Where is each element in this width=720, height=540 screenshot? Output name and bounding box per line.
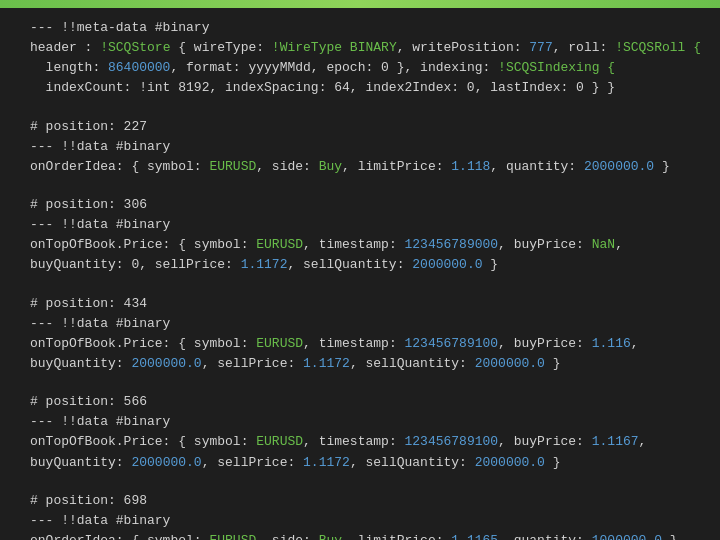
data-2a: onTopOfBook.Price: { symbol: EURUSD, tim… (30, 235, 690, 255)
position-227: # position: 227 (30, 117, 690, 137)
section-5: # position: 698 --- !!data #binary onOrd… (30, 491, 690, 540)
section-4: # position: 566 --- !!data #binary onTop… (30, 392, 690, 473)
position-434: # position: 434 (30, 294, 690, 314)
data-4b: buyQuantity: 2000000.0, sellPrice: 1.117… (30, 453, 690, 473)
sep-1: --- !!data #binary (30, 137, 690, 157)
data-2b: buyQuantity: 0, sellPrice: 1.1172, sellQ… (30, 255, 690, 275)
meta-line-2: header : !SCQStore { wireType: !WireType… (30, 38, 690, 58)
section-2: # position: 306 --- !!data #binary onTop… (30, 195, 690, 276)
meta-line-4: indexCount: !int 8192, indexSpacing: 64,… (30, 78, 690, 98)
top-bar (0, 0, 720, 8)
data-4a: onTopOfBook.Price: { symbol: EURUSD, tim… (30, 432, 690, 452)
section-3: # position: 434 --- !!data #binary onTop… (30, 294, 690, 375)
position-306: # position: 306 (30, 195, 690, 215)
sep-5: --- !!data #binary (30, 511, 690, 531)
meta-line-1: --- !!meta-data #binary (30, 18, 690, 38)
meta-line-3: length: 86400000, format: yyyyMMdd, epoc… (30, 58, 690, 78)
meta-block: --- !!meta-data #binary header : !SCQSto… (30, 18, 690, 99)
data-1: onOrderIdea: { symbol: EURUSD, side: Buy… (30, 157, 690, 177)
position-566: # position: 566 (30, 392, 690, 412)
section-1: # position: 227 --- !!data #binary onOrd… (30, 117, 690, 177)
position-698: # position: 698 (30, 491, 690, 511)
data-3a: onTopOfBook.Price: { symbol: EURUSD, tim… (30, 334, 690, 354)
sep-2: --- !!data #binary (30, 215, 690, 235)
data-5a: onOrderIdea: { symbol: EURUSD, side: Buy… (30, 531, 690, 540)
code-content: --- !!meta-data #binary header : !SCQSto… (0, 8, 720, 540)
sep-4: --- !!data #binary (30, 412, 690, 432)
data-3b: buyQuantity: 2000000.0, sellPrice: 1.117… (30, 354, 690, 374)
sep-3: --- !!data #binary (30, 314, 690, 334)
